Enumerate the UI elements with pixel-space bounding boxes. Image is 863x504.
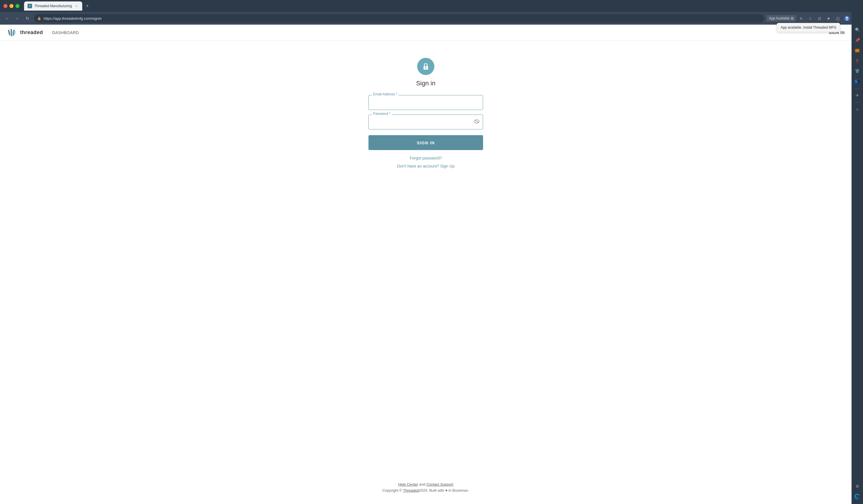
password-input[interactable]	[368, 115, 483, 129]
brand-link[interactable]: Threaded	[403, 488, 419, 493]
sidebar-divider	[854, 88, 860, 89]
page-footer: Help Center and Contact Support Copyrigh…	[376, 477, 475, 498]
forward-button[interactable]: ›	[13, 14, 21, 22]
user-extension-button[interactable]	[853, 56, 862, 65]
password-field-group: Password *	[368, 115, 483, 129]
browser-actions: App Available ⊞ A ☆ ⊡ ★ ◫ ···	[766, 14, 860, 22]
svg-rect-17	[425, 68, 426, 69]
add-extension-button[interactable]: +	[853, 105, 862, 114]
svg-point-6	[856, 71, 859, 73]
logo-area: threaded	[7, 27, 43, 38]
refresh-button[interactable]: ↻	[24, 14, 32, 22]
install-icon: ⊞	[791, 16, 794, 20]
minimize-button[interactable]	[10, 4, 13, 8]
shopping-extension-button[interactable]	[853, 46, 862, 55]
logo-text: threaded	[20, 29, 43, 36]
extensions-sidebar: 🔍 📌 O	[852, 0, 863, 504]
send-extension-button[interactable]: ✈	[853, 91, 862, 100]
active-tab[interactable]: T Threaded Manufacturing ×	[24, 1, 82, 11]
url-bar[interactable]: 🔒 https://app.threadedmfg.com/signin	[34, 14, 764, 23]
password-toggle-button[interactable]	[474, 119, 480, 125]
footer-links: Help Center and Contact Support	[382, 482, 469, 487]
svg-rect-13	[8, 31, 16, 33]
maximize-button[interactable]	[15, 4, 20, 8]
tab-title: Threaded Manufacturing	[34, 4, 72, 8]
split-view-button[interactable]: ⊡	[815, 14, 824, 22]
dashboard-nav-link[interactable]: DASHBOARD	[52, 30, 79, 35]
copyright-year: 2024. Built with ♥ in Bozeman.	[419, 488, 469, 493]
signin-container: Sign in Email Address * Password *	[368, 58, 483, 168]
svg-rect-12	[13, 29, 15, 35]
svg-point-3	[856, 59, 859, 61]
profile-button[interactable]	[843, 14, 851, 22]
lock-icon-circle	[417, 58, 434, 75]
header-nav: DASHBOARD	[52, 30, 79, 35]
app-available-button[interactable]: App Available ⊞	[766, 15, 796, 22]
email-label: Email Address *	[372, 92, 399, 96]
copyright-text: Copyright ©	[382, 488, 403, 493]
svg-rect-11	[11, 29, 12, 36]
traffic-lights	[3, 4, 20, 8]
bookmark-button[interactable]: ☆	[806, 14, 814, 22]
signin-submit-button[interactable]: SIGN IN	[368, 135, 483, 150]
svg-rect-14	[8, 33, 16, 34]
title-bar: T Threaded Manufacturing × +	[0, 0, 863, 12]
app-available-label: App Available	[769, 16, 790, 20]
lock-icon: 🔒	[37, 17, 41, 20]
signup-link[interactable]: Don't have an account? Sign Up	[397, 164, 454, 168]
settings-extension-button[interactable]: ⚙	[853, 482, 862, 491]
url-text: https://app.threadedmfg.com/signin	[43, 16, 102, 21]
lock-svg-icon	[422, 62, 430, 71]
favorites-button[interactable]: ★	[825, 14, 833, 22]
sidebar-divider-2	[854, 102, 860, 103]
logo-icon	[7, 27, 17, 38]
tab-close-button[interactable]: ×	[74, 4, 79, 8]
forgot-password-link[interactable]: Forgot password?	[410, 156, 442, 160]
outlook-extension-button[interactable]: O	[853, 77, 862, 86]
back-button[interactable]: ‹	[3, 14, 11, 22]
password-label: Password *	[372, 112, 392, 116]
address-bar: ‹ › ↻ 🔒 https://app.threadedmfg.com/sign…	[0, 12, 863, 25]
help-center-link[interactable]: Help Center	[398, 482, 418, 487]
search-extension-button[interactable]: 🔍	[853, 25, 862, 34]
color-extension-button[interactable]	[853, 66, 862, 76]
tab-favicon: T	[27, 4, 32, 8]
svg-point-1	[846, 17, 848, 18]
wallet-button[interactable]: ◫	[834, 14, 842, 22]
footer-copyright: Copyright © Threaded2024. Built with ♥ i…	[382, 488, 469, 493]
app-install-tooltip: App available. Install Threaded MFG	[777, 23, 840, 32]
app-header: threaded DASHBOARD SIGN IN	[0, 25, 852, 41]
contact-support-link[interactable]: Contact Support	[426, 482, 453, 487]
svg-text:O: O	[856, 81, 858, 83]
email-field-group: Email Address *	[368, 95, 483, 110]
email-input[interactable]	[368, 95, 483, 110]
reader-mode-button[interactable]: A	[797, 14, 805, 22]
new-tab-button[interactable]: +	[83, 2, 91, 10]
close-button[interactable]	[3, 4, 8, 8]
svg-rect-10	[8, 29, 10, 35]
footer-and: and	[419, 482, 426, 487]
pin-extension-button[interactable]: 📌	[853, 36, 862, 45]
browser-window: T Threaded Manufacturing × + ‹ › ↻ 🔒 htt…	[0, 0, 863, 504]
edge-logo-button[interactable]	[853, 492, 862, 501]
page-body: Sign in Email Address * Password *	[0, 41, 852, 504]
main-content: threaded DASHBOARD SIGN IN	[0, 25, 852, 504]
signin-title: Sign in	[416, 80, 435, 87]
tab-bar: T Threaded Manufacturing × +	[24, 1, 860, 11]
